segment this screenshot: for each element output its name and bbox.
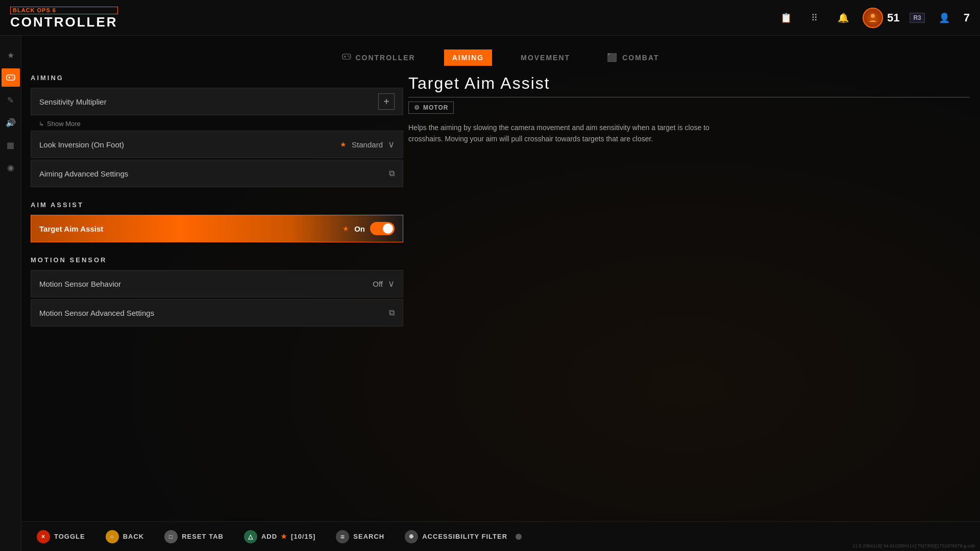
rank-badge: R3 — [910, 13, 924, 23]
search-action[interactable]: ≡ SEARCH — [336, 530, 384, 543]
sidebar-icon-display[interactable]: ▦ — [2, 136, 20, 154]
sensitivity-multiplier-label: Sensitivity Multiplier — [39, 97, 378, 106]
search-label: SEARCH — [353, 533, 384, 540]
controller-tab-icon — [342, 53, 351, 62]
reset-tab-label: RESET TAB — [182, 533, 224, 540]
info-panel-title: Target Aim Assist — [408, 74, 970, 97]
reset-tab-action[interactable]: □ RESET TAB — [164, 530, 224, 543]
menu-button-icon: ≡ — [336, 530, 349, 543]
info-panel: Target Aim Assist ⚙ MOTOR Helps the aimi… — [408, 74, 970, 145]
add-favorite-action[interactable]: △ ADD ★ [10/15] — [244, 530, 315, 543]
notification-icon[interactable]: 🔔 — [834, 9, 852, 27]
show-more-row[interactable]: ↳ Show More — [31, 117, 403, 131]
svg-point-9 — [348, 55, 349, 56]
show-more-arrow-icon: ↳ — [39, 120, 44, 128]
target-aim-assist-value: ★ On — [342, 222, 395, 235]
tab-aiming-label: AIMING — [452, 54, 484, 62]
motion-sensor-section-title: MOTION SENSOR — [31, 256, 403, 264]
show-more-label: Show More — [47, 120, 81, 128]
svg-point-4 — [12, 77, 13, 78]
svg-point-5 — [13, 78, 14, 79]
info-panel-tag: ⚙ MOTOR — [408, 102, 454, 114]
info-panel-description: Helps the aiming by slowing the camera m… — [408, 122, 715, 145]
look-inversion-star-icon: ★ — [340, 140, 347, 148]
avatar-area: 51 — [863, 8, 899, 28]
o-button-icon: ○ — [106, 530, 119, 543]
logo-top: BLACK OPS 6 — [10, 7, 118, 14]
motion-sensor-behavior-row[interactable]: Motion Sensor Behavior Off ∨ — [31, 270, 403, 297]
aiming-section-title: AIMING — [31, 74, 403, 82]
aim-assist-section-title: AIM ASSIST — [31, 201, 403, 209]
target-aim-assist-star-icon: ★ — [342, 224, 349, 233]
tab-movement-label: MOVEMENT — [521, 54, 570, 62]
logo-main: CONTROLLER — [10, 15, 118, 29]
motion-sensor-behavior-value: Off ∨ — [373, 278, 395, 289]
x-button-icon: × — [37, 530, 50, 543]
player-secondary-level: 7 — [964, 11, 970, 24]
logo-area: BLACK OPS 6 CONTROLLER — [10, 7, 118, 29]
motion-sensor-chevron-icon: ∨ — [388, 278, 395, 289]
look-inversion-label: Look Inversion (On Foot) — [39, 140, 340, 149]
profile-icon[interactable]: 👤 — [935, 9, 953, 27]
square-button-icon: □ — [164, 530, 178, 543]
motion-sensor-external-icon: ⧉ — [389, 308, 395, 317]
top-right-area: 📋 ⠿ 🔔 51 R3 👤 7 — [777, 8, 970, 28]
avatar[interactable] — [863, 8, 883, 28]
sidebar-icon-edit[interactable]: ✎ — [2, 91, 20, 109]
main-content: AIMING Sensitivity Multiplier + ↳ Show M… — [31, 74, 403, 520]
target-aim-assist-row[interactable]: Target Aim Assist ★ On — [31, 215, 403, 242]
target-aim-assist-label: Target Aim Assist — [39, 224, 342, 233]
tab-aiming[interactable]: AIMING — [444, 49, 493, 66]
sidebar-icon-network[interactable]: ◉ — [2, 158, 20, 177]
bottom-bar: × TOGGLE ○ BACK □ RESET TAB △ ADD ★ [10/… — [21, 521, 980, 551]
motion-sensor-advanced-row[interactable]: Motion Sensor Advanced Settings ⧉ — [31, 299, 403, 327]
sensitivity-multiplier-row[interactable]: Sensitivity Multiplier + — [31, 88, 403, 115]
svg-point-0 — [871, 14, 875, 18]
tab-controller-label: CONTROLLER — [355, 54, 415, 62]
toggle-action[interactable]: × TOGGLE — [37, 530, 85, 543]
sidebar-icon-audio[interactable]: 🔊 — [2, 113, 20, 132]
accessibility-button-icon: ⊕ — [405, 530, 418, 543]
motor-icon: ⚙ — [414, 104, 420, 111]
nav-tabs: CONTROLLER AIMING MOVEMENT ⬛ COMBAT — [21, 43, 980, 71]
tab-movement[interactable]: MOVEMENT — [512, 49, 578, 66]
svg-rect-1 — [7, 75, 15, 80]
aiming-advanced-settings-label: Aiming Advanced Settings — [39, 169, 389, 178]
triangle-button-icon: △ — [244, 530, 257, 543]
player-level-badge: 51 — [887, 11, 899, 24]
sidebar: ★ ✎ 🔊 ▦ ◉ — [0, 36, 21, 551]
back-action[interactable]: ○ BACK — [106, 530, 144, 543]
look-inversion-chevron-icon: ∨ — [388, 139, 395, 150]
add-label: ADD ★ [10/15] — [261, 533, 315, 540]
top-bar: BLACK OPS 6 CONTROLLER 📋 ⠿ 🔔 51 R3 👤 7 — [0, 0, 980, 36]
aiming-advanced-settings-row[interactable]: Aiming Advanced Settings ⧉ — [31, 160, 403, 187]
motion-sensor-behavior-label: Motion Sensor Behavior — [39, 280, 373, 288]
sidebar-icon-controller[interactable] — [2, 68, 20, 87]
combat-tab-icon: ⬛ — [607, 53, 618, 62]
tab-controller[interactable]: CONTROLLER — [334, 49, 423, 66]
toggle-label: TOGGLE — [54, 533, 85, 540]
debug-info: 11.5.2054116[ 34-010290•11A] Th[7300][17… — [852, 543, 975, 548]
accessibility-filter-action[interactable]: ⊕ ACCESSIBILITY FILTER — [405, 530, 522, 543]
notes-icon[interactable]: 📋 — [777, 9, 795, 27]
svg-point-10 — [349, 56, 350, 57]
back-label: BACK — [123, 533, 144, 540]
grid-icon[interactable]: ⠿ — [805, 9, 824, 27]
tab-combat-label: COMBAT — [622, 54, 659, 62]
tab-combat[interactable]: ⬛ COMBAT — [599, 48, 667, 66]
look-inversion-row[interactable]: Look Inversion (On Foot) ★ Standard ∨ — [31, 131, 403, 158]
aiming-advanced-external-icon: ⧉ — [389, 169, 395, 178]
sidebar-icon-favorites[interactable]: ★ — [2, 46, 20, 64]
accessibility-filter-label: ACCESSIBILITY FILTER — [422, 533, 507, 540]
look-inversion-value: ★ Standard ∨ — [340, 139, 395, 150]
motion-sensor-advanced-label: Motion Sensor Advanced Settings — [39, 309, 389, 317]
accessibility-dot — [516, 534, 522, 540]
target-aim-assist-toggle[interactable] — [370, 222, 395, 235]
sensitivity-expand-btn[interactable]: + — [378, 93, 395, 110]
